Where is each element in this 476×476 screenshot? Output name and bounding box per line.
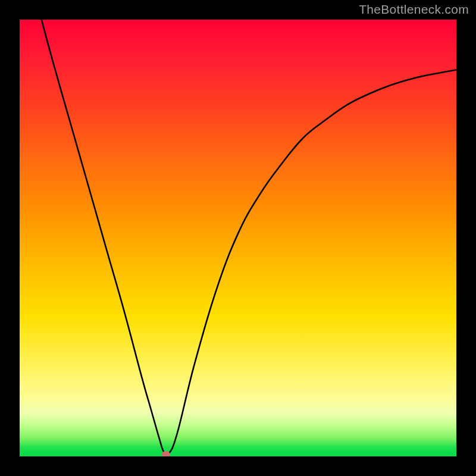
bottleneck-marker [162,451,170,456]
watermark-text: TheBottleneck.com [359,2,469,17]
plot-area [20,20,456,456]
chart-frame: TheBottleneck.com [0,0,476,476]
chart-curve [20,20,456,456]
